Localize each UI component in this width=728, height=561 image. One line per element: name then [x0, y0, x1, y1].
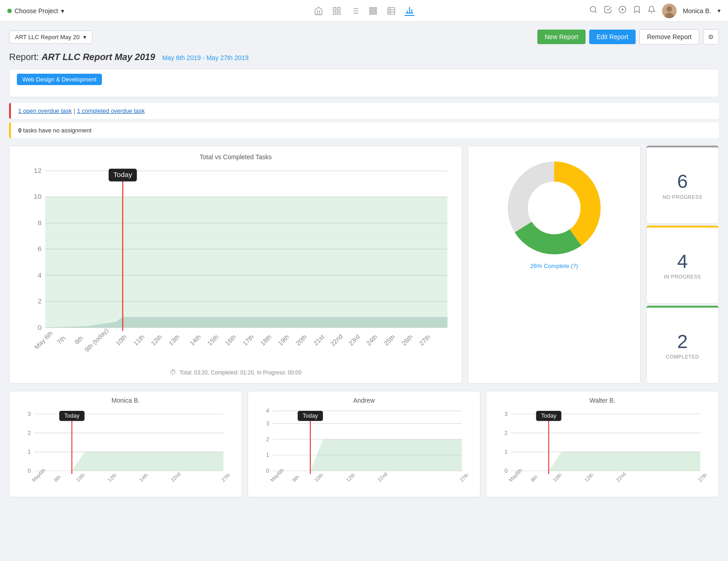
svg-rect-11	[372, 7, 374, 9]
monica-chart-title: Monica B.	[15, 397, 236, 404]
svg-text:12th: 12th	[583, 472, 594, 483]
top-nav: Choose Project ▾	[0, 0, 728, 22]
svg-text:18th: 18th	[259, 333, 273, 347]
user-name[interactable]: Monica B.	[683, 7, 711, 15]
nav-icons-group	[313, 6, 415, 16]
nav-home-icon[interactable]	[313, 6, 324, 16]
svg-text:27th: 27th	[459, 472, 470, 483]
svg-text:2: 2	[38, 297, 42, 305]
stat-completed: 2 COMPLETED	[646, 306, 719, 384]
nav-list-icon[interactable]	[350, 6, 360, 16]
svg-text:10th: 10th	[114, 333, 128, 347]
svg-text:0: 0	[505, 468, 508, 474]
donut-chart-card: 26% Complete (?)	[468, 146, 641, 384]
new-report-button[interactable]: New Report	[537, 30, 586, 44]
svg-text:6: 6	[38, 245, 42, 253]
svg-marker-49	[45, 197, 447, 328]
project-label: Choose Project	[15, 7, 58, 15]
svg-text:8th: 8th	[73, 334, 85, 346]
svg-text:11th: 11th	[132, 333, 146, 347]
project-selector[interactable]: Choose Project ▾	[7, 7, 64, 15]
svg-text:9th (today): 9th (today)	[83, 327, 110, 353]
report-title: Report: ART LLC Report May 2019 May 6th …	[9, 52, 719, 62]
nav-apps-icon[interactable]	[368, 6, 378, 16]
svg-text:Today: Today	[113, 171, 132, 178]
svg-marker-127	[511, 452, 701, 471]
svg-text:12: 12	[34, 167, 41, 174]
donut-tooltip[interactable]: (?)	[571, 263, 578, 269]
svg-text:8: 8	[38, 219, 42, 227]
svg-text:3: 3	[266, 420, 269, 427]
settings-button[interactable]: ⚙	[703, 29, 719, 45]
svg-text:15th: 15th	[206, 333, 220, 347]
search-icon[interactable]	[589, 5, 597, 16]
svg-text:0: 0	[38, 323, 42, 331]
main-content: ART LLC Report May 20 ▾ New Report Edit …	[0, 22, 728, 505]
svg-text:10th: 10th	[75, 472, 86, 483]
svg-text:10th: 10th	[552, 472, 563, 483]
svg-text:3: 3	[28, 411, 31, 417]
svg-text:May6th: May6th	[508, 467, 523, 483]
donut-legend	[549, 273, 560, 276]
svg-text:0: 0	[266, 468, 269, 474]
edit-report-button[interactable]: Edit Report	[589, 30, 636, 44]
svg-text:1: 1	[28, 449, 31, 455]
toolbar-buttons: New Report Edit Report Remove Report ⚙	[537, 29, 719, 45]
line-chart-card: Total vs Completed Tasks 0 2 4 6 8 10 12	[9, 146, 462, 384]
svg-text:4: 4	[38, 271, 42, 279]
walter-chart-svg: 0 1 2 3 Today May6th 8th 10th 12th 22nd …	[492, 408, 713, 490]
svg-text:May 6th: May 6th	[33, 329, 54, 350]
svg-text:27th: 27th	[697, 472, 708, 483]
project-tag[interactable]: Web Design & Development	[17, 74, 102, 85]
svg-point-27	[590, 6, 596, 12]
svg-text:22nd: 22nd	[170, 471, 182, 483]
toolbar: ART LLC Report May 20 ▾ New Report Edit …	[9, 29, 719, 45]
svg-text:12th: 12th	[106, 472, 117, 483]
remove-report-button[interactable]: Remove Report	[639, 29, 699, 45]
svg-text:4: 4	[266, 408, 269, 414]
svg-text:10th: 10th	[313, 472, 324, 483]
user-chevron-icon[interactable]: ▾	[718, 7, 721, 14]
monica-chart-svg: 0 1 2 3 Today May6th 8th 10th 12th 14th …	[15, 408, 236, 490]
svg-text:8th: 8th	[291, 474, 300, 483]
person-chart-monica: Monica B. 0 1 2 3 Today May6th 8th 10th	[9, 391, 242, 497]
report-date: May 6th 2019 - May 27th 2019	[162, 54, 248, 61]
bookmark-icon[interactable]	[633, 5, 641, 16]
svg-rect-2	[334, 11, 336, 14]
svg-text:8th: 8th	[530, 474, 538, 483]
svg-text:0: 0	[28, 468, 31, 474]
stat-in-progress: 4 IN PROGRESS	[646, 226, 719, 304]
andrew-chart-svg: 0 1 2 3 4 Today May6th 8th 10th 12th 22n…	[253, 408, 475, 490]
report-select-dropdown[interactable]: ART LLC Report May 20 ▾	[9, 30, 92, 44]
completed-overdue-link[interactable]: 1 completed overdue task	[77, 107, 145, 114]
svg-rect-12	[375, 7, 376, 9]
svg-text:16th: 16th	[223, 333, 238, 347]
avatar[interactable]	[662, 4, 677, 18]
svg-text:2: 2	[266, 436, 269, 443]
svg-rect-15	[375, 10, 376, 11]
svg-rect-3	[338, 11, 340, 14]
svg-text:24th: 24th	[365, 333, 379, 347]
svg-text:26th: 26th	[400, 333, 414, 347]
open-overdue-link[interactable]: 1 open overdue task	[18, 107, 72, 114]
person-chart-andrew: Andrew 0 1 2 3 4 Today May6th 8th 10th 1…	[248, 391, 480, 497]
svg-text:25th: 25th	[383, 333, 397, 347]
tasks-icon[interactable]	[604, 5, 612, 16]
nav-grid-icon[interactable]	[332, 6, 342, 16]
bell-icon[interactable]	[647, 5, 656, 16]
svg-text:27th: 27th	[418, 333, 432, 347]
no-assign-count: 0	[18, 127, 21, 134]
svg-text:1: 1	[505, 449, 508, 455]
svg-text:May6th: May6th	[269, 467, 285, 483]
small-charts-row: Monica B. 0 1 2 3 Today May6th 8th 10th	[9, 391, 719, 497]
nav-table-icon[interactable]	[386, 6, 396, 16]
nav-chart-icon[interactable]	[404, 6, 415, 16]
svg-text:14th: 14th	[138, 472, 149, 483]
chart-time-info: ⏱ Total: 03:20, Completed: 01:20, In Pro…	[17, 369, 455, 376]
svg-rect-10	[370, 7, 371, 9]
svg-text:22nd: 22nd	[377, 471, 389, 483]
svg-rect-18	[375, 13, 376, 14]
svg-text:22nd: 22nd	[329, 333, 344, 348]
svg-text:2: 2	[28, 430, 31, 436]
add-icon[interactable]	[618, 5, 627, 16]
